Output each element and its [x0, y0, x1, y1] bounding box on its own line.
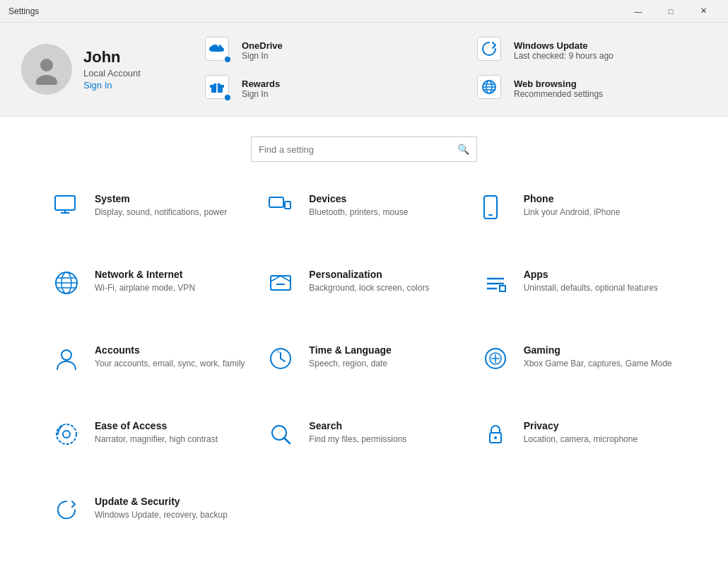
phone-title: Phone: [524, 193, 621, 204]
svg-rect-13: [269, 197, 283, 207]
accounts-text: Accounts Your accounts, email, sync, wor…: [95, 344, 245, 370]
windows-update-name: Windows Update: [514, 40, 613, 51]
web-browsing-sub: Recommended settings: [514, 89, 603, 99]
svg-line-32: [281, 359, 285, 361]
search-input[interactable]: [259, 144, 452, 155]
search-icon: [268, 421, 296, 447]
onedrive-icon-wrap: [205, 37, 232, 64]
gaming-desc: Xbox Game Bar, captures, Game Mode: [524, 358, 672, 370]
onedrive-service[interactable]: OneDrive Sign In: [205, 37, 435, 64]
settings-item-devices[interactable]: Devices Bluetooth, printers, mouse: [257, 178, 471, 253]
user-section: John Local Account Sign In: [21, 44, 177, 95]
apps-text: Apps Uninstall, defaults, optional featu…: [524, 269, 658, 294]
web-browsing-icon-wrap: [477, 75, 504, 102]
settings-item-ease[interactable]: Ease of Access Narrator, magnifier, high…: [42, 405, 257, 480]
rewards-text: Rewards Sign In: [242, 78, 280, 99]
time-text: Time & Language Speech, region, date: [309, 344, 391, 370]
web-browsing-service[interactable]: Web browsing Recommended settings: [477, 75, 707, 102]
accounts-title: Accounts: [95, 344, 245, 356]
update-icon: [54, 497, 82, 523]
search-text: Search Find my files, permissions: [309, 420, 406, 446]
web-browsing-name: Web browsing: [514, 78, 603, 89]
rewards-icon-wrap: [205, 75, 232, 102]
update-desc: Windows Update, recovery, backup: [95, 509, 228, 521]
update-text: Update & Security Windows Update, recove…: [95, 496, 228, 521]
settings-item-search[interactable]: Search Find my files, permissions: [257, 405, 471, 480]
privacy-desc: Location, camera, microphone: [524, 434, 638, 446]
system-title: System: [95, 193, 227, 204]
ease-icon: [54, 421, 82, 447]
system-text: System Display, sound, notifications, po…: [95, 193, 227, 219]
title-bar: Settings — □ ✕: [0, 0, 728, 23]
svg-rect-10: [55, 196, 75, 210]
settings-item-time[interactable]: A Time & Language Speech, region, date: [257, 329, 471, 405]
onedrive-name: OneDrive: [242, 40, 283, 51]
system-desc: Display, sound, notifications, power: [95, 207, 227, 219]
svg-point-0: [40, 59, 53, 71]
svg-point-1: [36, 75, 57, 85]
phone-text: Phone Link your Android, iPhone: [524, 193, 621, 219]
app-title: Settings: [8, 6, 39, 16]
gaming-title: Gaming: [524, 344, 672, 356]
personalization-title: Personalization: [309, 269, 429, 280]
search-desc: Find my files, permissions: [309, 434, 406, 446]
rewards-name: Rewards: [242, 78, 280, 89]
search-box[interactable]: 🔍: [251, 136, 477, 162]
svg-rect-28: [500, 286, 505, 291]
accounts-desc: Your accounts, email, sync, work, family: [95, 358, 245, 370]
rewards-service[interactable]: Rewards Sign In: [205, 75, 435, 102]
user-info: John Local Account Sign In: [83, 48, 141, 91]
phone-desc: Link your Android, iPhone: [524, 207, 621, 219]
rewards-dot: [223, 93, 232, 102]
settings-item-privacy[interactable]: Privacy Location, camera, microphone: [471, 405, 686, 480]
personalization-desc: Background, lock screen, colors: [309, 282, 429, 294]
avatar: [21, 44, 72, 95]
settings-item-update[interactable]: Update & Security Windows Update, recove…: [42, 480, 257, 556]
settings-item-apps[interactable]: Apps Uninstall, defaults, optional featu…: [471, 253, 686, 329]
apps-title: Apps: [524, 269, 658, 280]
settings-item-phone[interactable]: Phone Link your Android, iPhone: [471, 178, 686, 253]
windows-update-icon-wrap: [477, 37, 504, 64]
svg-text:A: A: [276, 349, 280, 354]
search-title: Search: [309, 420, 406, 431]
privacy-icon: [483, 421, 511, 447]
account-type: Local Account: [83, 68, 141, 78]
devices-icon: [268, 194, 296, 214]
gaming-icon: [483, 346, 511, 371]
time-icon: A: [268, 346, 296, 371]
time-title: Time & Language: [309, 344, 391, 356]
phone-icon: [483, 194, 511, 220]
sign-in-link[interactable]: Sign In: [83, 80, 112, 91]
personalization-text: Personalization Background, lock screen,…: [309, 269, 429, 294]
settings-item-network[interactable]: Network & Internet Wi-Fi, airplane mode,…: [42, 253, 257, 329]
windows-update-sub: Last checked: 9 hours ago: [514, 51, 613, 61]
svg-point-29: [61, 350, 71, 360]
windows-update-service[interactable]: Windows Update Last checked: 9 hours ago: [477, 37, 707, 64]
close-button[interactable]: ✕: [687, 0, 720, 23]
devices-title: Devices: [309, 193, 408, 204]
search-icon: 🔍: [457, 144, 469, 155]
gaming-text: Gaming Xbox Game Bar, captures, Game Mod…: [524, 344, 672, 370]
onedrive-sub: Sign In: [242, 51, 283, 61]
windows-update-icon-bg: [477, 37, 501, 61]
ease-text: Ease of Access Narrator, magnifier, high…: [95, 420, 218, 446]
svg-rect-4: [216, 85, 218, 93]
minimize-button[interactable]: —: [622, 0, 654, 23]
maximize-button[interactable]: □: [654, 0, 687, 23]
personalization-icon: [268, 270, 296, 296]
network-title: Network & Internet: [95, 269, 195, 280]
settings-item-gaming[interactable]: Gaming Xbox Game Bar, captures, Game Mod…: [471, 329, 686, 405]
settings-item-system[interactable]: System Display, sound, notifications, po…: [42, 178, 257, 253]
settings-item-personalization[interactable]: Personalization Background, lock screen,…: [257, 253, 471, 329]
svg-point-39: [63, 431, 70, 438]
accounts-icon: [54, 346, 82, 371]
privacy-text: Privacy Location, camera, microphone: [524, 420, 638, 446]
onedrive-dot: [223, 55, 232, 64]
web-browsing-text: Web browsing Recommended settings: [514, 78, 603, 99]
network-text: Network & Internet Wi-Fi, airplane mode,…: [95, 269, 195, 294]
privacy-title: Privacy: [524, 420, 638, 431]
network-desc: Wi-Fi, airplane mode, VPN: [95, 282, 195, 294]
web-browsing-icon-bg: [477, 75, 501, 99]
settings-item-accounts[interactable]: Accounts Your accounts, email, sync, wor…: [42, 329, 257, 405]
ease-desc: Narrator, magnifier, high contrast: [95, 434, 218, 446]
